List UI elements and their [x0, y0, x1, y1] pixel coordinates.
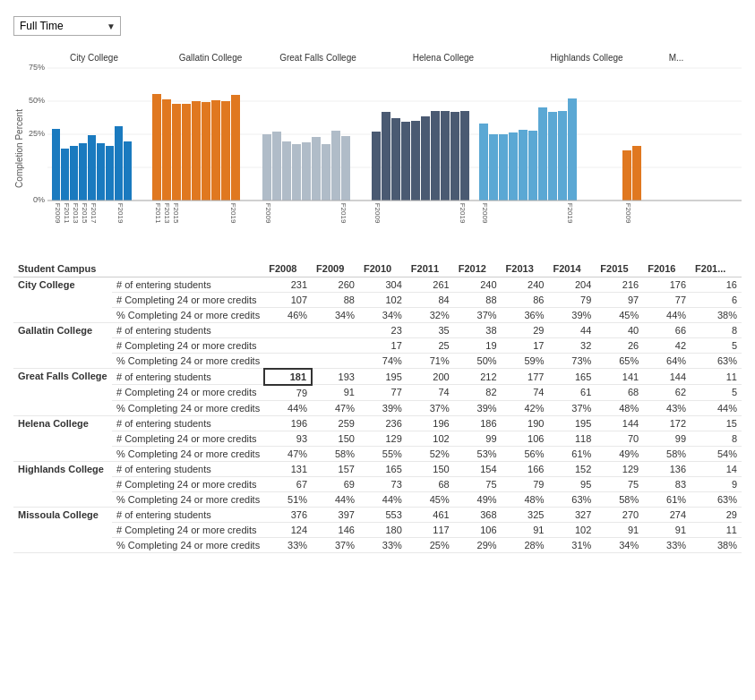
svg-text:Great Falls College: Great Falls College [279, 53, 356, 63]
table-row: City College# of entering students231260… [13, 277, 742, 293]
data-cell: 99 [643, 431, 691, 446]
svg-rect-17 [115, 126, 123, 201]
svg-text:F2019: F2019 [566, 203, 574, 224]
svg-text:Helena College: Helena College [413, 53, 475, 63]
svg-text:F2009: F2009 [624, 203, 632, 224]
row-label-cell: # of entering students [112, 277, 264, 293]
svg-rect-29 [182, 104, 191, 201]
svg-text:F2009: F2009 [373, 203, 382, 224]
table-header-row: Student Campus F2008 F2009 F2010 F2011 F… [13, 260, 742, 277]
table-row: # Completing 24 or more credits172519173… [13, 338, 742, 354]
data-cell: 33% [264, 537, 312, 552]
svg-text:F2015: F2015 [81, 203, 89, 224]
svg-text:F2019: F2019 [459, 203, 467, 224]
data-cell: 32% [407, 308, 454, 323]
svg-text:F2011: F2011 [63, 203, 71, 224]
data-cell: 35 [407, 323, 454, 338]
table-row: % Completing 24 or more credits74%71%50%… [13, 354, 742, 369]
col-f2011: F2011 [407, 260, 454, 277]
data-cell: 32 [548, 338, 596, 354]
row-label-cell: % Completing 24 or more credits [112, 308, 264, 323]
data-cell: 73% [548, 354, 596, 369]
data-cell: 43% [643, 400, 691, 415]
svg-text:F2009: F2009 [54, 203, 62, 224]
data-cell: 67 [264, 476, 312, 491]
data-cell: 144 [643, 369, 691, 385]
svg-rect-33 [221, 101, 230, 201]
data-cell: 45% [407, 491, 454, 507]
data-cell: 304 [359, 277, 407, 293]
data-cell: 33% [643, 537, 691, 552]
data-cell: 69 [312, 476, 359, 491]
col-f201x: F201... [691, 260, 742, 277]
svg-text:F2019: F2019 [339, 203, 347, 224]
table-row: Missoula College# of entering students37… [13, 507, 742, 522]
data-cell: 325 [502, 507, 549, 522]
row-label-cell: % Completing 24 or more credits [112, 491, 264, 507]
data-cell: 91 [596, 522, 643, 537]
data-cell: 240 [454, 277, 502, 293]
data-cell: 146 [312, 522, 359, 537]
data-cell: 195 [548, 415, 596, 431]
svg-text:F2009: F2009 [481, 203, 489, 224]
data-table: Student Campus F2008 F2009 F2010 F2011 F… [13, 260, 742, 553]
data-cell: 274 [643, 507, 691, 522]
data-cell: 75 [454, 476, 502, 491]
data-cell: 42 [643, 338, 691, 354]
data-cell: 77 [643, 293, 691, 308]
data-cell: 91 [643, 522, 691, 537]
col-campus: Student Campus [13, 260, 112, 277]
data-cell: 82 [454, 385, 502, 401]
chart-container: Completion Percent 75% 50% 25% 0% City C… [13, 50, 742, 250]
data-cell: 63% [691, 491, 742, 507]
campus-name-cell: Great Falls College [13, 369, 112, 416]
data-cell: 75 [596, 476, 643, 491]
svg-rect-60 [450, 112, 459, 201]
svg-text:75%: 75% [29, 63, 45, 72]
data-cell: 177 [502, 369, 549, 385]
table-row: # Completing 24 or more credits107881028… [13, 293, 742, 308]
table-row: Great Falls College# of entering student… [13, 369, 742, 385]
data-cell: 8 [691, 431, 742, 446]
svg-text:F2019: F2019 [116, 203, 124, 224]
data-cell: 91 [312, 385, 359, 401]
data-cell: 5 [691, 338, 742, 354]
data-cell: 44% [643, 308, 691, 323]
data-cell: 553 [359, 507, 407, 522]
data-cell: 38 [454, 323, 502, 338]
svg-rect-27 [162, 99, 171, 201]
table-row: # Completing 24 or more credits799177748… [13, 385, 742, 401]
svg-rect-66 [489, 134, 498, 201]
svg-rect-67 [499, 134, 508, 201]
data-cell: 55% [359, 446, 407, 461]
svg-rect-68 [509, 132, 518, 201]
row-label-cell: % Completing 24 or more credits [112, 354, 264, 369]
data-cell: 63% [691, 354, 742, 369]
data-cell: 102 [407, 431, 454, 446]
svg-text:25%: 25% [29, 129, 45, 138]
data-cell: 71% [407, 354, 454, 369]
data-cell: 150 [312, 431, 359, 446]
svg-rect-30 [192, 101, 201, 201]
row-label-cell: # of entering students [112, 323, 264, 338]
data-cell: 172 [643, 415, 691, 431]
display-filter-select[interactable]: Full Time Part Time [13, 16, 121, 36]
data-cell: 47% [264, 446, 312, 461]
data-cell: 165 [359, 461, 407, 476]
data-cell: 461 [407, 507, 454, 522]
data-cell: 107 [264, 293, 312, 308]
data-cell: 6 [691, 293, 742, 308]
row-label-cell: # Completing 24 or more credits [112, 338, 264, 354]
data-cell: 186 [454, 415, 502, 431]
svg-rect-40 [262, 134, 271, 201]
data-cell: 45% [596, 308, 643, 323]
row-label-cell: # Completing 24 or more credits [112, 293, 264, 308]
campus-name-cell: Helena College [13, 415, 112, 461]
data-cell: 236 [359, 415, 407, 431]
data-cell: 117 [407, 522, 454, 537]
data-cell: 26 [596, 338, 643, 354]
data-cell: 36% [502, 308, 549, 323]
table-row: # Completing 24 or more credits931501291… [13, 431, 742, 446]
data-cell: 23 [359, 323, 407, 338]
svg-rect-79 [632, 146, 641, 201]
